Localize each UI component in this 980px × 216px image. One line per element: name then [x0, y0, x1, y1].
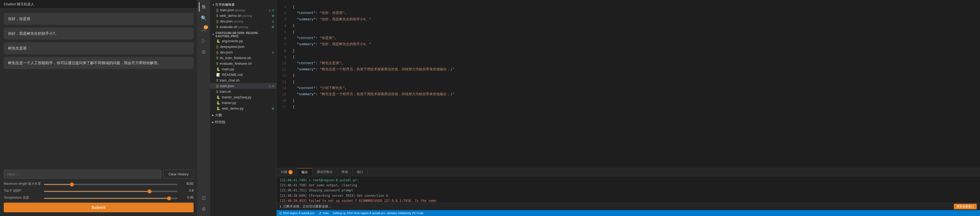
- reconnect-button[interactable]: 重新加载窗口: [954, 204, 977, 209]
- open-editor-item-1[interactable]: $ web_demo.sh ptuning M: [210, 13, 276, 18]
- branch-label: main: [323, 211, 329, 214]
- activity-remote[interactable]: ⊡: [199, 193, 208, 203]
- line-number-9: 9: [279, 54, 286, 60]
- activity-explorer[interactable]: ⎘: [199, 2, 208, 12]
- terminal-tab-1[interactable]: 输出: [297, 168, 312, 176]
- chat-title: Chatbot 聊天机器人: [4, 2, 34, 7]
- chatglm-file-item-4[interactable]: $ evaluate_finetune.sh: [210, 61, 276, 66]
- chatglm-file-name: train_chat.sh: [220, 78, 273, 82]
- activity-search[interactable]: 🔍: [199, 13, 208, 23]
- branch-icon: ⎇: [318, 211, 321, 215]
- code-line-14: "content": "介绍下树先生",: [293, 85, 976, 91]
- file-name: train.json ptuning: [220, 8, 267, 12]
- terminal-tab-2[interactable]: 调试控制台: [312, 168, 337, 176]
- chatglm-file-item-5[interactable]: 🐍 main.py: [210, 66, 276, 72]
- chat-input[interactable]: [4, 170, 161, 179]
- code-line-1: {: [293, 4, 976, 10]
- open-editor-item-0[interactable]: {} train.json ptuning 1, U: [210, 7, 276, 13]
- code-line-10: "content": "树先生是谁",: [293, 60, 976, 66]
- file-badge: U: [272, 20, 274, 23]
- chatglm-file-item-7[interactable]: $ train_chat.sh: [210, 78, 276, 83]
- status-branch[interactable]: ⎇ main: [318, 211, 329, 215]
- activity-debug[interactable]: ▷: [199, 36, 208, 45]
- editor-content[interactable]: { "content": "你好，你是谁", "summary": "你好，我是…: [288, 0, 980, 168]
- clear-history-button[interactable]: Clear History: [164, 170, 194, 179]
- slider-value-1: 0.8: [180, 189, 194, 192]
- folder-item-1[interactable]: ▶时间线: [210, 118, 276, 125]
- code-line-9: {: [293, 54, 976, 60]
- activity-settings[interactable]: ⚙: [199, 204, 208, 214]
- chat-header: Chatbot 聊天机器人: [0, 0, 197, 8]
- editor-panel: 1234567891011121314151617 { "content": "…: [277, 0, 980, 216]
- chatglm-file-item-6[interactable]: 📝 README.md: [210, 72, 276, 78]
- chatglm-file-item-12[interactable]: 🐍 web_demo.py M: [210, 106, 276, 111]
- open-editor-item-2[interactable]: {} dev.json ptuning U: [210, 18, 276, 24]
- chatglm-file-item-9[interactable]: $ train.sh: [210, 89, 276, 94]
- slider-value-0: 8192: [180, 182, 194, 186]
- slider-1[interactable]: [44, 191, 178, 192]
- chatglm-file-item-2[interactable]: {} dev.json U: [210, 50, 276, 55]
- line-number-13: 13: [279, 79, 286, 85]
- open-editor-item-3[interactable]: $ evaluate.sh ptuning M: [210, 24, 276, 30]
- chatglm-file-item-3[interactable]: $ ds_train_finetune.sh: [210, 55, 276, 61]
- chatglm-file-name: deepspeed.json: [220, 45, 273, 49]
- code-line-12: }: [293, 72, 976, 78]
- activity-extensions[interactable]: ⊞: [199, 47, 208, 57]
- slider-label-1: Top P 顶部P: [4, 189, 41, 193]
- code-line-7: "summary": "你好，我是树先生的助手小6。": [293, 41, 976, 47]
- file-icon: $: [216, 90, 218, 94]
- activity-bar: ⎘ 🔍 ⎇ 250 ▷ ⊞ ⊡ ⚙: [197, 0, 210, 216]
- chat-message-bot: 树先生是一个人工智能助手，你可以通过提问来了解不同领域的问题，我会尽力帮助你解答…: [4, 57, 194, 69]
- chatglm-file-name: dev.json: [220, 50, 270, 54]
- chatglm-file-item-0[interactable]: 🐍 arguments.py: [210, 38, 276, 44]
- code-line-3: "summary": "你好，我是树先生的助手小6。": [293, 16, 976, 22]
- file-icon: $: [216, 56, 218, 60]
- chatglm-file-name: trainer.py: [222, 101, 273, 105]
- slider-0[interactable]: [44, 184, 178, 185]
- line-number-6: 6: [279, 35, 286, 41]
- chatglm-file-name: arguments.py: [222, 39, 273, 43]
- terminal-content: [21:46:41.749] > root@region-8.autodl.pr…: [277, 176, 980, 203]
- slider-label-0: Maximum length 最大长度: [4, 181, 41, 186]
- submit-button[interactable]: Submit: [4, 203, 194, 212]
- chatglm-file-name: ds_train_finetune.sh: [220, 56, 273, 60]
- slider-row-0: Maximum length 最大长度 8192: [4, 181, 194, 186]
- file-icon: 🐍: [216, 39, 220, 43]
- code-line-5: {: [293, 29, 976, 35]
- file-icon: 🐍: [216, 67, 220, 71]
- slider-2[interactable]: [44, 198, 178, 199]
- file-type-icon: {}: [216, 19, 218, 23]
- file-type-icon: $: [216, 14, 218, 18]
- chatglm-file-item-11[interactable]: 🐍 trainer.py: [210, 100, 276, 106]
- code-line-2: "content": "你好，你是谁",: [293, 10, 976, 16]
- terminal-tab-4[interactable]: 端口: [353, 168, 368, 176]
- line-number-16: 16: [279, 98, 286, 104]
- file-icon: {}: [216, 45, 218, 49]
- chatglm-file-item-10[interactable]: 🐍 trainer_seq2seq.py: [210, 94, 276, 100]
- chatglm-folder-header[interactable]: ▼CHATGLM2-6B [SSH: REGION-8.AUTODL.PRO]: [210, 30, 276, 38]
- code-line-8: }: [293, 48, 976, 54]
- chat-messages: 你好，你是谁你好，我是树先生的助手小7。树先生是谁树先生是一个人工智能助手，你可…: [0, 8, 197, 167]
- file-name: dev.json ptuning: [220, 19, 270, 23]
- file-badge: M: [272, 14, 274, 18]
- chat-bottom: Clear History Maximum length 最大长度 8192 T…: [0, 167, 197, 216]
- chatglm-file-badge: U: [272, 51, 274, 54]
- chatglm-file-item-8[interactable]: {} train.json 1, U: [210, 83, 276, 89]
- file-tree: ▼打开的编辑器 {} train.json ptuning 1, U $ web…: [210, 0, 276, 216]
- chatglm-file-name: evaluate_finetune.sh: [220, 61, 273, 66]
- file-icon: 📝: [216, 73, 220, 77]
- terminal-line-2: [21:46:41.751] Showing password prompt: [280, 188, 977, 193]
- file-icon: 🐍: [216, 96, 220, 99]
- terminal-tab-3[interactable]: 终端: [337, 168, 353, 176]
- open-editors-header[interactable]: ▼打开的编辑器: [210, 1, 276, 7]
- status-info-text: Setting up SSH Host region-8.autodl.pro:…: [333, 211, 423, 214]
- line-number-3: 3: [279, 16, 286, 22]
- activity-source-control[interactable]: ⎇ 250: [199, 25, 208, 34]
- folder-item-0[interactable]: ▶大鹏: [210, 111, 276, 118]
- chatglm-file-item-1[interactable]: {} deepspeed.json: [210, 44, 276, 50]
- slider-label-2: Temperature 温度: [4, 195, 41, 200]
- bottom-panel: 问题1输出调试控制台终端端口 [21:46:41.749] > root@reg…: [277, 168, 980, 216]
- line-number-12: 12: [279, 72, 286, 78]
- status-remote[interactable]: ⊡ SSH region-8.autodl.pro: [279, 211, 314, 215]
- terminal-tab-0[interactable]: 问题1: [277, 168, 297, 176]
